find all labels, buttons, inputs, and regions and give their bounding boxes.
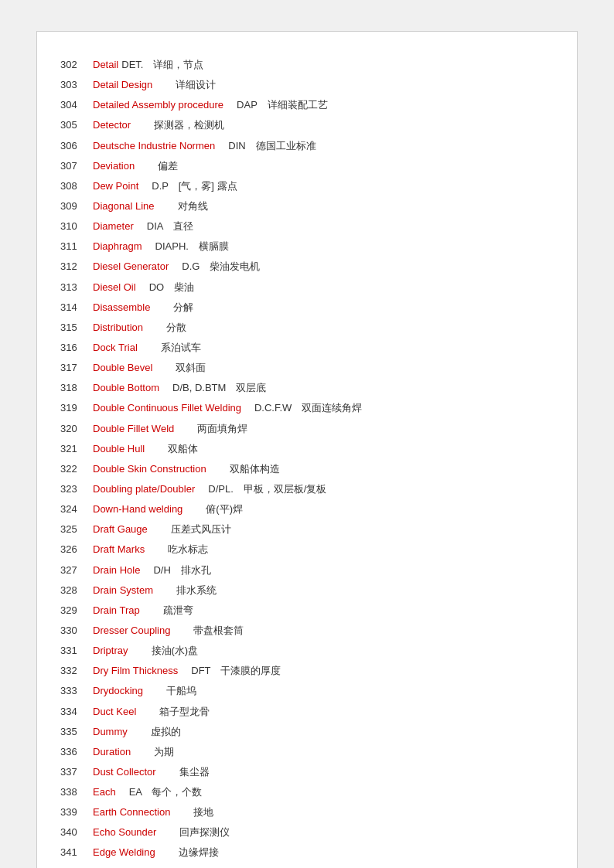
entry-rest: DIAPH. 横膈膜 — [145, 239, 229, 254]
entry-number: 339 — [60, 805, 93, 820]
entry-number: 314 — [60, 300, 93, 315]
table-row: 328Drain System 排水系统 — [60, 580, 554, 601]
table-row: 331Driptray 接油(水)盘 — [60, 641, 554, 661]
entry-rest: 箱子型龙骨 — [139, 704, 210, 720]
entry-term: Detector — [93, 117, 131, 133]
entry-number: 336 — [60, 744, 93, 760]
entry-number: 328 — [60, 583, 93, 598]
entry-rest: 俯(平)焊 — [186, 502, 243, 517]
table-row: 323Doubling plate/Doubler D/PL. 甲板，双层板/复… — [60, 479, 554, 499]
table-row: 317Double Bevel 双斜面 — [60, 358, 554, 378]
entry-term: Detailed Assembly procedure — [93, 97, 223, 113]
entry-number: 323 — [60, 482, 93, 497]
table-row: 320Double Fillet Weld 两面填角焊 — [60, 419, 554, 439]
entry-rest: 为期 — [134, 744, 174, 760]
entry-rest: 双斜面 — [155, 360, 206, 376]
entry-term: Double Hull — [93, 441, 145, 457]
entry-number: 325 — [60, 522, 93, 537]
entry-term: Drain Hole — [93, 563, 140, 578]
entry-rest: 系泊试车 — [141, 340, 201, 356]
entry-rest: 吃水标志 — [148, 542, 208, 557]
entry-term: Draft Gauge — [93, 522, 148, 537]
entry-term: Deviation — [93, 158, 135, 174]
table-row: 319Double Continuous Fillet Welding D.C.… — [60, 398, 554, 418]
entry-term: Diesel Generator — [93, 259, 169, 274]
entry-rest: 干船坞 — [146, 683, 196, 699]
entry-rest: 压差式风压计 — [151, 522, 231, 537]
entry-number: 320 — [60, 421, 93, 437]
table-row: 337Dust Collector 集尘器 — [60, 762, 554, 782]
entry-rest: DIA 直径 — [137, 219, 193, 234]
entry-number: 329 — [60, 603, 93, 618]
entry-number: 330 — [60, 623, 93, 638]
entry-rest: DAP 详细装配工艺 — [227, 97, 328, 113]
entry-rest: 两面填角焊 — [177, 421, 247, 437]
main-page: 302DetailDET. 详细，节点303Detail Design 详细设计… — [36, 31, 578, 868]
table-row: 338Each EA 每个，个数 — [60, 782, 554, 802]
entry-number: 322 — [60, 461, 93, 477]
entry-rest: 对角线 — [158, 199, 208, 214]
table-row: 327Drain Hole D/H 排水孔 — [60, 560, 554, 580]
entry-rest: 分解 — [153, 300, 193, 315]
entry-rest: 接地 — [173, 805, 213, 820]
table-row: 305Detector 探测器，检测机 — [60, 115, 554, 135]
entry-term: Drydocking — [93, 683, 143, 699]
table-row: 330Dresser Coupling 带盘根套筒 — [60, 621, 554, 641]
table-row: 321Double Hull 双船体 — [60, 439, 554, 459]
entry-rest: 分散 — [146, 320, 186, 335]
entry-rest: D/PL. 甲板，双层板/复板 — [198, 482, 326, 497]
entry-term: Dock Trial — [93, 340, 138, 356]
table-row: 325Draft Gauge 压差式风压计 — [60, 519, 554, 540]
table-row: 310Diameter DIA 直径 — [60, 216, 554, 237]
entry-term: Dew Point — [93, 179, 138, 194]
entry-term: Drain System — [93, 583, 153, 598]
table-row: 342Effective Throat 有效喉道截面 — [60, 863, 554, 868]
entry-rest: D.P [气，雾] 露点 — [142, 179, 237, 194]
table-row: 339Earth Connection 接地 — [60, 802, 554, 822]
entry-rest: 疏泄弯 — [143, 603, 193, 618]
table-row: 322Double Skin Construction 双船体构造 — [60, 459, 554, 479]
entry-number: 308 — [60, 179, 93, 194]
entry-term: Detail Design — [93, 77, 152, 93]
table-row: 341Edge Welding 边缘焊接 — [60, 842, 554, 863]
table-row: 326Draft Marks 吃水标志 — [60, 540, 554, 560]
table-row: 333Drydocking 干船坞 — [60, 681, 554, 701]
entry-number: 319 — [60, 400, 93, 416]
entry-number: 333 — [60, 683, 93, 699]
table-row: 324Down-Hand welding 俯(平)焊 — [60, 499, 554, 519]
entry-term: Drain Trap — [93, 603, 140, 618]
entry-term: Double Fillet Weld — [93, 421, 174, 437]
table-row: 314Disassemble 分解 — [60, 298, 554, 318]
entry-number: 324 — [60, 502, 93, 517]
entry-term: Double Continuous Fillet Welding — [93, 400, 241, 416]
table-row: 313Diesel Oil DO 柴油 — [60, 277, 554, 298]
table-row: 340Echo Sounder 回声探测仪 — [60, 822, 554, 842]
table-row: 306Deutsche Industrie Normen DIN 德国工业标准 — [60, 136, 554, 156]
entry-rest: D.C.F.W 双面连续角焊 — [244, 400, 362, 416]
entry-rest: 详细设计 — [155, 77, 216, 93]
table-row: 335Dummy 虚拟的 — [60, 722, 554, 742]
entry-rest: 集尘器 — [159, 764, 210, 780]
table-row: 318Double Bottom D/B, D.BTM 双层底 — [60, 378, 554, 398]
entry-term: Each — [93, 785, 116, 800]
entry-term: Duration — [93, 744, 131, 760]
entry-number: 305 — [60, 117, 93, 133]
entry-rest: 双船体构造 — [210, 461, 280, 477]
table-row: 316Dock Trial 系泊试车 — [60, 338, 554, 358]
entry-term: Down-Hand welding — [93, 502, 182, 517]
entry-term: Diagonal Line — [93, 199, 155, 214]
entry-term: Double Bottom — [93, 380, 159, 396]
entry-rest: 有效喉道截面 — [166, 866, 247, 868]
entry-number: 304 — [60, 97, 93, 113]
entry-term: Doubling plate/Doubler — [93, 482, 195, 497]
table-row: 304Detailed Assembly procedure DAP 详细装配工… — [60, 95, 554, 115]
entry-rest: D/H 排水孔 — [143, 563, 210, 578]
entry-number: 342 — [60, 866, 93, 868]
entry-number: 306 — [60, 138, 93, 154]
entry-term: Disassemble — [93, 300, 150, 315]
entry-rest: DET. 详细，节点 — [121, 57, 203, 73]
table-row: 309Diagonal Line 对角线 — [60, 196, 554, 216]
entry-rest: DFT 干漆膜的厚度 — [181, 663, 281, 679]
entry-number: 302 — [60, 57, 93, 73]
table-row: 334Duct Keel 箱子型龙骨 — [60, 702, 554, 722]
